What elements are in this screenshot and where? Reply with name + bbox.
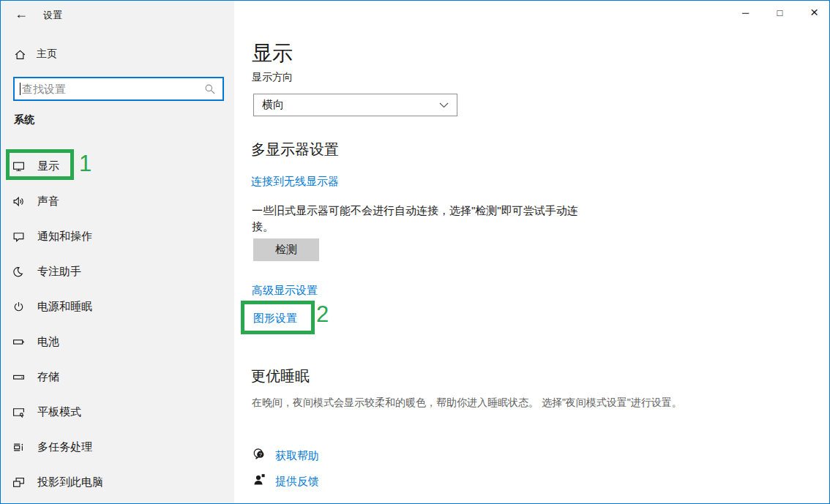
sidebar-item-tablet-mode[interactable]: 平板模式: [1, 394, 234, 429]
minimize-button[interactable]: ─: [728, 1, 763, 24]
multi-display-description: 一些旧式显示器可能不会进行自动连接，选择"检测"即可尝试手动连接。: [252, 203, 590, 235]
orientation-value: 横向: [262, 98, 284, 112]
battery-icon: [12, 336, 25, 348]
sidebar-section-header: 系统: [14, 113, 34, 127]
project-icon: [12, 476, 25, 489]
tablet-mode-icon: [12, 406, 25, 418]
get-help-link[interactable]: 获取帮助: [275, 449, 319, 463]
multitasking-icon: [12, 441, 25, 454]
sidebar-item-label: 投影到此电脑: [37, 475, 103, 489]
sidebar-item-label: 存储: [37, 370, 59, 384]
sidebar-item-label: 电池: [37, 335, 59, 349]
feedback-person-icon: [253, 473, 266, 486]
sidebar-item-home[interactable]: 主页: [1, 42, 234, 67]
sleep-better-description: 在晚间，夜间模式会显示较柔和的暖色，帮助你进入睡眠状态。 选择"夜间模式设置"进…: [252, 395, 779, 410]
power-icon: [12, 301, 25, 313]
annotation-number-1: 1: [79, 152, 91, 175]
sidebar-item-label: 电源和睡眠: [37, 300, 92, 314]
sidebar-item-multitasking[interactable]: 多任务处理: [1, 429, 234, 464]
sound-icon: [12, 195, 25, 208]
annotation-box-1: [6, 149, 74, 180]
sidebar-item-label: 声音: [37, 195, 59, 208]
sidebar-item-sound[interactable]: 声音: [1, 184, 234, 219]
give-feedback-link[interactable]: 提供反馈: [275, 475, 319, 489]
graphics-settings-link[interactable]: 图形设置: [253, 312, 297, 326]
sidebar-item-label: 主页: [37, 48, 57, 61]
sidebar-item-power-sleep[interactable]: 电源和睡眠: [1, 289, 234, 324]
sidebar-item-label: 通知和操作: [37, 230, 92, 244]
sidebar-item-focus-assist[interactable]: 专注助手: [1, 254, 234, 289]
maximize-button[interactable]: □: [763, 1, 797, 24]
orientation-dropdown[interactable]: 横向: [253, 94, 457, 116]
sidebar-item-storage[interactable]: 存储: [1, 359, 234, 394]
sidebar-item-projecting[interactable]: 投影到此电脑: [1, 464, 234, 500]
wireless-display-link[interactable]: 连接到无线显示器: [251, 175, 339, 189]
orientation-label: 显示方向: [252, 71, 293, 84]
app-title: 设置: [43, 9, 62, 22]
sidebar-item-label: 多任务处理: [37, 440, 92, 454]
storage-icon: [12, 371, 25, 383]
search-box[interactable]: [13, 77, 224, 101]
sleep-better-section-title: 更优睡眠: [251, 366, 310, 386]
chevron-down-icon: [439, 102, 449, 108]
search-input[interactable]: [20, 78, 204, 99]
sidebar-item-notifications[interactable]: 通知和操作: [1, 219, 234, 254]
detect-button[interactable]: 检测: [253, 238, 319, 261]
settings-window: ← 设置 ─ □ × 主页 系统 显示 声音: [0, 0, 830, 504]
sidebar-item-label: 专注助手: [37, 265, 81, 279]
home-icon: [14, 48, 26, 61]
close-button[interactable]: ×: [797, 1, 830, 24]
multi-display-section-title: 多显示器设置: [251, 140, 339, 159]
page-title: 显示: [252, 40, 293, 67]
help-bubble-icon: ?: [252, 447, 266, 461]
svg-text:?: ?: [259, 451, 262, 458]
search-icon[interactable]: [204, 83, 216, 95]
annotation-number-2: 2: [316, 303, 329, 326]
back-icon[interactable]: ←: [11, 4, 31, 23]
advanced-display-settings-link[interactable]: 高级显示设置: [252, 284, 318, 298]
focus-assist-icon: [12, 266, 25, 278]
sidebar-item-label: 平板模式: [37, 405, 81, 419]
notifications-icon: [12, 230, 25, 243]
sidebar-item-battery[interactable]: 电池: [1, 324, 234, 359]
